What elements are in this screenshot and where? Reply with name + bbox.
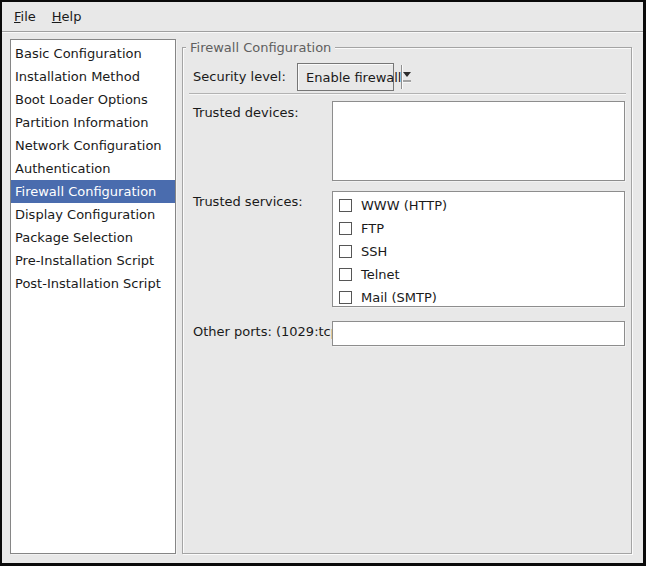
kickstart-configurator-window: File Help Basic Configuration Installati… — [0, 0, 646, 566]
sidebar-item-post-installation-script[interactable]: Post-Installation Script — [11, 272, 175, 295]
sidebar-item-partition-information[interactable]: Partition Information — [11, 111, 175, 134]
security-level-label: Security level: — [193, 69, 286, 84]
sidebar-item-basic-configuration[interactable]: Basic Configuration — [11, 42, 175, 65]
sidebar-item-network-configuration[interactable]: Network Configuration — [11, 134, 175, 157]
menu-file[interactable]: File — [6, 6, 44, 27]
checkbox-ftp[interactable] — [339, 222, 352, 235]
checkbox-www-http[interactable] — [339, 199, 352, 212]
menu-help[interactable]: Help — [44, 6, 90, 27]
service-row-mail-smtp[interactable]: Mail (SMTP) — [333, 286, 624, 307]
horizontal-separator — [189, 93, 626, 95]
service-row-www-http[interactable]: WWW (HTTP) — [333, 194, 624, 217]
menu-help-label: elp — [62, 9, 82, 24]
other-ports-input[interactable] — [332, 321, 625, 346]
menu-file-label: ile — [21, 9, 36, 24]
frame-title: Firewall Configuration — [186, 39, 335, 56]
security-level-dropdown[interactable]: Enable firewall — [297, 63, 394, 91]
sidebar-item-boot-loader-options[interactable]: Boot Loader Options — [11, 88, 175, 111]
sidebar-item-authentication[interactable]: Authentication — [11, 157, 175, 180]
security-level-value: Enable firewall — [298, 64, 401, 90]
trusted-services-label: Trusted services: — [193, 194, 303, 209]
trusted-services-list: WWW (HTTP) FTP SSH Telnet Mail (SMTP) — [332, 191, 625, 307]
checkbox-mail-smtp[interactable] — [339, 291, 352, 304]
sidebar-item-package-selection[interactable]: Package Selection — [11, 226, 175, 249]
sidebar-item-display-configuration[interactable]: Display Configuration — [11, 203, 175, 226]
dropdown-arrow-icon — [403, 64, 411, 90]
service-label: Telnet — [361, 267, 400, 282]
service-row-ftp[interactable]: FTP — [333, 217, 624, 240]
firewall-configuration-frame: Firewall Configuration Security level: E… — [182, 47, 632, 554]
service-label: FTP — [361, 221, 384, 236]
other-ports-label: Other ports: (1029:tcp) — [193, 324, 344, 339]
trusted-devices-list[interactable] — [332, 101, 625, 181]
trusted-devices-label: Trusted devices: — [193, 105, 299, 120]
menubar: File Help — [2, 2, 643, 32]
sidebar-item-firewall-configuration[interactable]: Firewall Configuration — [11, 180, 175, 203]
checkbox-telnet[interactable] — [339, 268, 352, 281]
service-row-ssh[interactable]: SSH — [333, 240, 624, 263]
service-row-telnet[interactable]: Telnet — [333, 263, 624, 286]
service-label: SSH — [361, 244, 387, 259]
menu-help-mnemonic: H — [52, 9, 62, 24]
sidebar-item-installation-method[interactable]: Installation Method — [11, 65, 175, 88]
service-label: WWW (HTTP) — [361, 198, 447, 213]
section-list: Basic Configuration Installation Method … — [10, 39, 176, 554]
service-label: Mail (SMTP) — [361, 290, 437, 305]
sidebar-item-pre-installation-script[interactable]: Pre-Installation Script — [11, 249, 175, 272]
checkbox-ssh[interactable] — [339, 245, 352, 258]
